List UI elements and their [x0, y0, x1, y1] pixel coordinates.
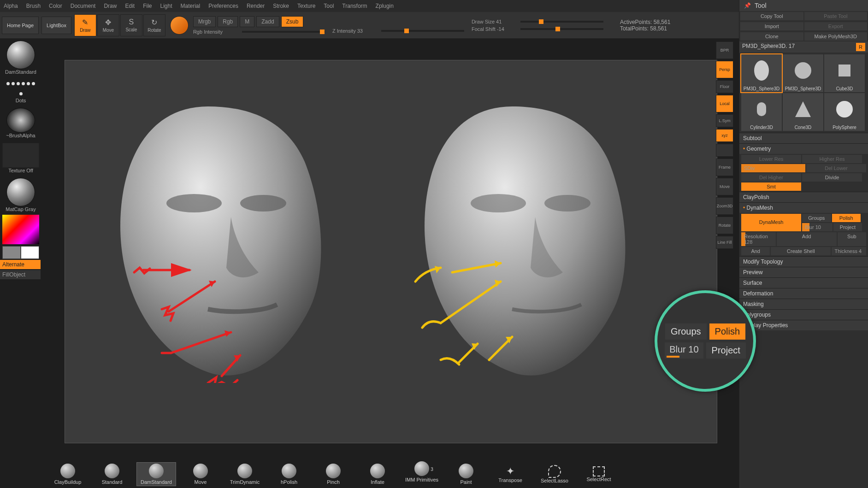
vpctrl-floor[interactable]: Floor	[716, 80, 733, 93]
canvas[interactable]	[65, 60, 717, 443]
shelf-selectlasso[interactable]: SelectLasso	[535, 465, 574, 483]
section-modify-topology[interactable]: Modify Topology	[739, 256, 868, 267]
shelf-trimdynamic[interactable]: TrimDynamic	[225, 464, 265, 485]
viewport[interactable]	[43, 41, 725, 460]
rgb-intensity-slider[interactable]	[242, 31, 325, 33]
section-masking[interactable]: Masking	[739, 299, 868, 309]
paste-tool-button[interactable]: Paste Tool	[804, 12, 868, 20]
menu-preferences[interactable]: Preferences	[208, 3, 238, 9]
mode-scale[interactable]: SScale	[120, 14, 142, 36]
del-higher-button[interactable]: Del Higher	[741, 173, 801, 182]
make-polymesh3d-button[interactable]: Make PolyMesh3D	[804, 32, 868, 41]
gradient-picker[interactable]	[2, 215, 39, 244]
menu-alpha[interactable]: Alpha	[4, 3, 18, 9]
thumb-polysphere[interactable]: PolySphere	[824, 93, 865, 131]
menu-texture[interactable]: Texture	[297, 3, 315, 9]
menu-document[interactable]: Document	[71, 3, 96, 9]
higher-res-button[interactable]: Higher Res	[802, 155, 862, 163]
material-slot[interactable]: MatCap Gray	[0, 176, 41, 214]
fillobject-button[interactable]: FillObject	[0, 270, 41, 279]
shelf-standard[interactable]: Standard	[92, 464, 132, 485]
menu-zplugin[interactable]: Zplugin	[376, 3, 394, 9]
alternate-button[interactable]: Alternate	[0, 260, 41, 269]
mode-draw[interactable]: ✎Draw	[74, 14, 96, 36]
thumb-pm3d_sphere3d[interactable]: PM3D_Sphere3D	[741, 54, 782, 92]
groups-button[interactable]: Groups	[802, 214, 831, 222]
shelf-claybuildup[interactable]: ClayBuildup	[48, 464, 88, 485]
section-subtool[interactable]: Subtool	[739, 133, 868, 143]
thickness-slider[interactable]: Thickness 4	[832, 247, 866, 255]
shelf-pinch[interactable]: Pinch	[313, 464, 353, 485]
section-geometry[interactable]: Geometry	[739, 143, 868, 154]
divide-button[interactable]: Divide	[802, 173, 862, 182]
color-swatch[interactable]	[170, 16, 189, 35]
shelf-move[interactable]: Move	[181, 464, 220, 485]
shelf-selectrect[interactable]: SelectRect	[579, 466, 619, 482]
swatch-primary[interactable]	[21, 246, 39, 259]
del-lower-button[interactable]: Del Lower	[806, 164, 866, 172]
toggle-zsub[interactable]: Zsub	[281, 16, 304, 27]
vpctrl-persp[interactable]: Persp	[716, 61, 733, 78]
vpctrl-lsym[interactable]: L.Sym	[716, 114, 733, 127]
add-button[interactable]: Add	[777, 232, 837, 246]
section-claypolish[interactable]: ClayPolish	[739, 192, 868, 202]
draw-size-slider[interactable]	[520, 21, 603, 23]
section-preview[interactable]: Preview	[739, 267, 868, 277]
polish-button[interactable]: Polish	[832, 214, 861, 222]
sdiv-slider[interactable]: SDiv	[741, 164, 805, 172]
clone-button[interactable]: Clone	[740, 32, 803, 41]
active-tool-name[interactable]: PM3D_Sphere3D. 17 R	[739, 41, 868, 53]
color-picker-slot[interactable]	[0, 215, 41, 259]
create-shell-button[interactable]: Create Shell	[771, 247, 831, 255]
shelf-imm-primitives[interactable]: IMM Primitives3	[402, 461, 442, 488]
vpctrl-blank[interactable]	[716, 144, 733, 157]
menu-light[interactable]: Light	[160, 3, 172, 9]
vpctrl-bpr[interactable]: BPR	[716, 41, 733, 59]
sub-button[interactable]: Sub	[838, 232, 866, 246]
section-display-properties[interactable]: Display Properties	[739, 320, 868, 330]
dynamesh-button[interactable]: DynaMesh	[741, 214, 801, 231]
thumb-cone3d[interactable]: Cone3D	[783, 93, 823, 131]
menu-material[interactable]: Material	[181, 3, 201, 9]
menu-color[interactable]: Color	[49, 3, 62, 9]
toggle-rgb[interactable]: Rgb	[218, 16, 238, 27]
vpctrl-rotate[interactable]: Rotate	[716, 217, 733, 234]
vpctrl-xyz[interactable]: xyz	[716, 129, 733, 142]
section-polygroups[interactable]: Polygroups	[739, 309, 868, 320]
brush-slot[interactable]: DamStandard	[0, 39, 41, 76]
vpctrl-local[interactable]: Local	[716, 95, 733, 112]
shelf-transpose[interactable]: ✦Transpose	[490, 465, 530, 483]
copy-tool-button[interactable]: Copy Tool	[740, 12, 803, 20]
vpctrl-move[interactable]: Move	[716, 178, 733, 195]
lightbox-button[interactable]: LightBox	[41, 17, 71, 34]
mode-move[interactable]: ✥Move	[97, 14, 119, 36]
project-button[interactable]: Project	[833, 223, 862, 231]
menu-file[interactable]: File	[143, 3, 152, 9]
section-surface[interactable]: Surface	[739, 277, 868, 288]
shelf-hpolish[interactable]: hPolish	[269, 464, 309, 485]
thumb-pm3d_sphere3d[interactable]: PM3D_Sphere3D	[783, 54, 823, 92]
texture-slot[interactable]: Texture Off	[0, 141, 41, 175]
r-button[interactable]: R	[856, 43, 865, 51]
menu-edit[interactable]: Edit	[125, 3, 135, 9]
z-intensity-slider[interactable]	[381, 30, 464, 32]
smt-button[interactable]: Smt	[741, 182, 801, 191]
thumb-cylinder3d[interactable]: Cylinder3D	[741, 93, 782, 131]
blur-slider[interactable]: Blur 10	[802, 223, 833, 231]
mode-rotate[interactable]: ↻Rotate	[143, 14, 165, 36]
menu-stroke[interactable]: Stroke	[273, 3, 289, 9]
thumb-cube3d[interactable]: Cube3D	[824, 54, 865, 92]
shelf-inflate[interactable]: Inflate	[358, 464, 397, 485]
focal-shift-slider[interactable]	[520, 28, 603, 30]
lower-res-button[interactable]: Lower Res	[741, 155, 801, 163]
toggle-zadd[interactable]: Zadd	[256, 16, 279, 27]
section-dynamesh[interactable]: DynaMesh	[739, 202, 868, 213]
menu-render[interactable]: Render	[247, 3, 265, 9]
menu-brush[interactable]: Brush	[26, 3, 41, 9]
alpha-slot[interactable]: ~BrushAlpha	[0, 106, 41, 140]
import-button[interactable]: Import	[740, 22, 803, 30]
toggle-m[interactable]: M	[240, 16, 254, 27]
vpctrl-linefill[interactable]: Line Fill	[716, 236, 733, 249]
menu-transform[interactable]: Transform	[342, 3, 367, 9]
menu-tool[interactable]: Tool	[324, 3, 334, 9]
